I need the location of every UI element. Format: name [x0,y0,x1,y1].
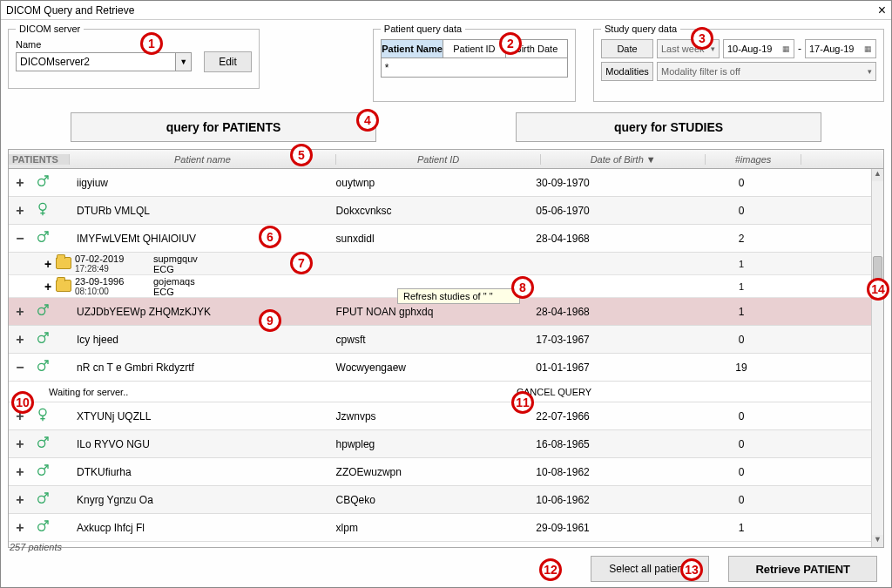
expand-toggle[interactable]: + [40,257,56,271]
server-dropdown-button[interactable]: ▼ [176,52,192,71]
patients-tab[interactable]: PATIENTS [9,154,70,165]
svg-line-21 [44,493,48,497]
col-header-name[interactable]: Patient name [70,154,336,165]
expand-toggle[interactable]: + [9,520,31,536]
modalities-label-button[interactable]: Modalities [601,62,653,81]
retrieve-patient-button[interactable]: Retrieve PATIENT [728,556,877,582]
cell-dob: 10-06-1962 [532,494,693,506]
date-to-picker[interactable]: 17-Aug-19▦ [805,39,876,58]
expand-toggle[interactable]: − [9,360,31,375]
expand-toggle[interactable]: + [9,492,31,508]
date-label-button[interactable]: Date [601,39,653,58]
expand-toggle[interactable]: + [9,203,31,219]
table-row[interactable]: + Axkucp Ihfcj Fl xlpm 29-09-1961 1 [9,514,871,542]
calendar-icon: ▦ [864,44,872,53]
scroll-down-icon[interactable]: ▼ [872,535,883,547]
tab-birth-date[interactable]: Birth Date [506,40,567,57]
col-header-id[interactable]: Patient ID [336,154,542,165]
refresh-studies-tooltip: Refresh studies of " " [397,288,520,304]
cell-images: 1 [693,522,789,534]
cell-dob: 29-09-1961 [532,522,693,534]
expand-toggle[interactable]: − [9,231,31,247]
study-row[interactable]: + 23-09-199608:10:00 gojemaqsECG Refresh… [9,275,871,298]
table-row[interactable]: − IMYFwLVEMt QHIAlOIUV sunxdidl 28-04-19… [9,225,871,253]
cell-images: 0 [693,438,789,450]
table-row[interactable]: + DTKUfiurha ZZOEwuzwpn 10-08-1962 0 [9,458,871,486]
col-header-dob[interactable]: Date of Birth ▼ [541,154,706,165]
cell-images: 0 [693,410,789,422]
scrollbar-thumb[interactable] [873,256,882,289]
patient-query-group: Patient query data Patient Name Patient … [373,24,576,102]
cell-images: 0 [693,205,789,217]
status-text: 257 patients [10,542,62,552]
patient-query-input[interactable] [381,58,568,78]
sex-icon [31,519,54,536]
svg-line-19 [44,465,48,470]
edit-server-button[interactable]: Edit [204,51,252,72]
folder-icon [56,280,75,294]
date-preset-dropdown[interactable]: Last week▾ [657,39,720,58]
chevron-down-icon: ▼ [179,57,187,66]
vertical-scrollbar[interactable]: ▲ ▼ [871,169,883,547]
table-row[interactable]: + iigyiuw ouytwnp 30-09-1970 0 [9,169,871,197]
svg-line-6 [44,232,48,236]
tab-patient-id[interactable]: Patient ID [443,40,505,57]
select-all-patients-button[interactable]: Select all patients [591,556,709,582]
expand-toggle[interactable]: + [9,409,31,424]
cell-patient-name: Knyrg Ygnzu Oa [54,494,333,506]
cell-patient-id: CBQeko [333,494,533,506]
cell-images: 0 [693,494,789,506]
dicom-server-group: DICOM server Name ▼ Edit [8,24,260,89]
cell-patient-name: Axkucp Ihfcj Fl [54,522,333,534]
cell-images: 1 [693,306,789,318]
table-row[interactable]: + ILo RYVO NGU hpwpleg 16-08-1965 0 [9,430,871,458]
waiting-text: Waiting for server.. [9,387,403,397]
modalities-dropdown[interactable]: Modality filter is off▾ [657,62,876,81]
window-title: DICOM Query and Retrieve [6,1,134,20]
cell-images: 0 [693,466,789,478]
table-row[interactable]: + Knyrg Ygnzu Oa CBQeko 10-06-1962 0 [9,486,871,514]
expand-toggle[interactable]: + [9,464,31,480]
study-query-legend: Study query data [601,24,680,34]
cell-patient-id: cpwsft [333,334,533,346]
server-name-input[interactable] [16,52,176,71]
cell-patient-id: Jzwnvps [333,410,533,422]
cell-patient-name: XTYUNj UQZLL [54,410,333,422]
table-row[interactable]: + DTURb VMLQL Dokxcvnksc 05-06-1970 0 [9,197,871,225]
annotation-marker: 12 [539,558,562,581]
patient-query-legend: Patient query data [381,24,465,34]
cell-patient-name: UZJDbYEEWp ZHQMzKJYK [54,306,333,318]
sex-icon [31,408,54,424]
chevron-down-icon: ▾ [868,67,872,76]
cell-patient-id: ouytwnp [333,177,533,189]
table-row[interactable]: − nR cn T e Gmbri Rkdyzrtf Wocwyengaew 0… [9,354,871,382]
server-legend: DICOM server [16,24,84,34]
query-studies-button[interactable]: query for STUDIES [516,112,821,142]
expand-toggle[interactable]: + [9,436,31,452]
cell-dob: 28-04-1968 [532,233,693,245]
tab-patient-name[interactable]: Patient Name [382,40,443,57]
sex-icon [31,491,54,508]
svg-point-13 [39,409,46,416]
col-header-images[interactable]: #images [706,154,801,165]
cell-dob: 10-08-1962 [532,466,693,478]
sex-icon [31,174,54,191]
date-from-picker[interactable]: 10-Aug-19▦ [723,39,794,58]
study-row[interactable]: + 07-02-201917:28:49 supmgquvECG 1 [9,253,871,275]
sex-icon [31,463,54,480]
table-row[interactable]: + Icy hjeed cpwsft 17-03-1967 0 [9,326,871,354]
cell-patient-id: ZZOEwuzwpn [333,466,533,478]
cell-patient-id: Dokxcvnksc [333,205,533,217]
query-patients-button[interactable]: query for PATIENTS [71,112,376,142]
cancel-query-button[interactable]: CANCEL QUERY [403,387,871,397]
close-icon[interactable]: × [878,1,886,20]
expand-toggle[interactable]: + [9,175,31,191]
expand-toggle[interactable]: + [40,280,56,294]
cell-dob: 30-09-1970 [532,177,693,189]
cell-patient-name: DTKUfiurha [54,466,333,478]
cell-patient-id: xlpm [333,522,533,534]
expand-toggle[interactable]: + [9,332,31,348]
table-row[interactable]: + XTYUNj UQZLL Jzwnvps 22-07-1966 0 [9,402,871,430]
expand-toggle[interactable]: + [9,304,31,320]
scroll-up-icon[interactable]: ▲ [872,169,883,181]
